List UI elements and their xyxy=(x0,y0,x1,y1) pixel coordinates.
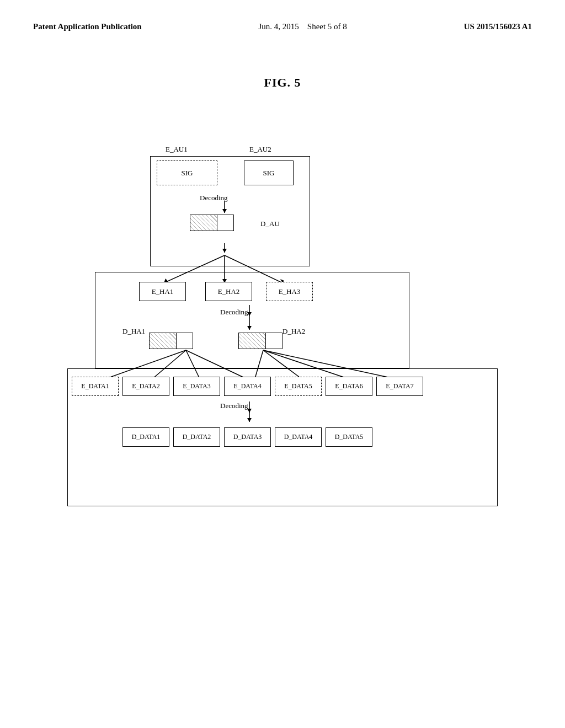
header-date-sheet: Jun. 4, 2015 Sheet 5 of 8 xyxy=(258,22,347,31)
d-ha1-hatched xyxy=(149,333,193,349)
e-ha2-label: E_HA2 xyxy=(218,287,240,296)
d-au-hatched xyxy=(190,215,234,231)
d-data1-box: D_DATA1 xyxy=(122,427,169,447)
e-ha1-label: E_HA1 xyxy=(152,287,174,296)
e-au1-label: E_AU1 xyxy=(166,145,188,154)
e-data2-box: E_DATA2 xyxy=(122,377,169,396)
e-data1-label: E_DATA1 xyxy=(81,382,109,390)
header-sheet: Sheet 5 of 8 xyxy=(307,22,347,31)
page-header: Patent Application Publication Jun. 4, 2… xyxy=(0,0,565,42)
e-ha3-label: E_HA3 xyxy=(279,287,301,296)
d-ha2-label: D_HA2 xyxy=(282,327,305,336)
d-data5-box: D_DATA5 xyxy=(326,427,372,447)
header-patent-number: US 2015/156023 A1 xyxy=(464,22,532,31)
d-ha2-hatched xyxy=(238,333,282,349)
diagram: E_AU1 E_AU2 SIG SIG Decoding D_AU E_HA1 … xyxy=(67,112,498,542)
e-data5-label: E_DATA5 xyxy=(284,382,312,390)
d-au-label: D_AU xyxy=(260,220,280,228)
e-ha1-box: E_HA1 xyxy=(139,282,186,301)
e-ha2-box: E_HA2 xyxy=(205,282,252,301)
d-data4-label: D_DATA4 xyxy=(284,433,313,441)
main-content: FIG. 5 xyxy=(0,42,565,542)
header-date: Jun. 4, 2015 xyxy=(258,22,299,31)
e-data2-label: E_DATA2 xyxy=(132,382,159,390)
d-ha1-label: D_HA1 xyxy=(122,327,145,336)
sig2-label: SIG xyxy=(263,169,275,178)
e-data1-box: E_DATA1 xyxy=(72,377,119,396)
decoding3-label: Decoding xyxy=(220,402,248,410)
e-data6-box: E_DATA6 xyxy=(326,377,372,396)
e-data7-label: E_DATA7 xyxy=(386,382,413,390)
d-data1-label: D_DATA1 xyxy=(132,433,161,441)
e-au2-label: E_AU2 xyxy=(249,145,271,154)
sig1-label: SIG xyxy=(182,169,193,178)
sig1-box: SIG xyxy=(157,160,217,185)
d-data3-label: D_DATA3 xyxy=(233,433,262,441)
d-data4-box: D_DATA4 xyxy=(275,427,322,447)
e-data7-box: E_DATA7 xyxy=(376,377,423,396)
d-data2-label: D_DATA2 xyxy=(183,433,211,441)
header-publication-type: Patent Application Publication xyxy=(33,22,142,31)
d-data2-box: D_DATA2 xyxy=(173,427,220,447)
sig2-box: SIG xyxy=(244,160,294,185)
decoding1-label: Decoding xyxy=(200,194,228,202)
e-data4-label: E_DATA4 xyxy=(233,382,261,390)
e-data5-box: E_DATA5 xyxy=(275,377,322,396)
d-data3-box: D_DATA3 xyxy=(224,427,271,447)
d-data5-label: D_DATA5 xyxy=(335,433,364,441)
e-data4-box: E_DATA4 xyxy=(224,377,271,396)
e-data6-label: E_DATA6 xyxy=(335,382,363,390)
decoding2-label: Decoding xyxy=(220,308,248,317)
e-data3-label: E_DATA3 xyxy=(183,382,210,390)
e-ha3-box: E_HA3 xyxy=(266,282,313,301)
e-data3-box: E_DATA3 xyxy=(173,377,220,396)
figure-title: FIG. 5 xyxy=(264,76,301,90)
